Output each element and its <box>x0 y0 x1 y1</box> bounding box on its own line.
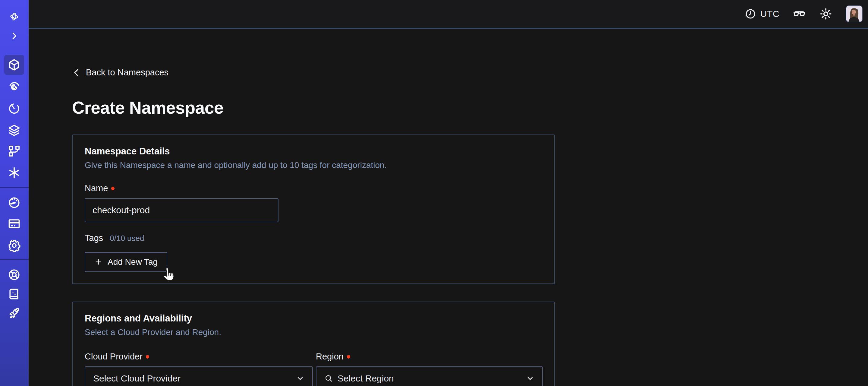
add-new-tag-button[interactable]: Add New Tag <box>85 252 167 272</box>
sidebar-item-docs[interactable] <box>4 284 24 304</box>
glasses-icon[interactable] <box>793 7 806 21</box>
details-card-subtitle: Give this Namespace a name and optionall… <box>85 160 543 170</box>
chevron-down-icon <box>526 374 534 383</box>
sidebar-item-home[interactable] <box>4 7 24 27</box>
sidebar-item-usage[interactable] <box>4 193 24 213</box>
asterisk-icon <box>7 166 21 179</box>
search-icon <box>324 374 333 383</box>
layers-icon <box>7 124 21 137</box>
branch-icon <box>7 144 21 158</box>
tags-used-counter: 0/10 used <box>110 234 144 243</box>
gauge-icon <box>7 196 21 209</box>
tags-label: Tags <box>85 233 103 243</box>
cloud-provider-field: Cloud Provider Select Cloud Provider <box>85 352 313 386</box>
gear-icon <box>7 239 21 252</box>
required-dot <box>111 187 115 190</box>
timer-icon <box>7 102 21 115</box>
required-dot <box>146 355 149 359</box>
cloud-provider-label: Cloud Provider <box>85 352 313 362</box>
credit-card-icon <box>7 217 21 230</box>
sidebar-item-nexus[interactable] <box>4 163 24 183</box>
sidebar-item-billing[interactable] <box>4 214 24 234</box>
regions-card-subtitle: Select a Cloud Provider and Region. <box>85 327 543 337</box>
avatar[interactable] <box>846 5 863 22</box>
back-link-label: Back to Namespaces <box>86 67 168 78</box>
avatar-portrait <box>846 6 862 22</box>
temporal-logo <box>9 12 19 22</box>
main-content: Back to Namespaces Create Namespace Name… <box>29 30 868 386</box>
page-title: Create Namespace <box>72 98 868 118</box>
regions-card-title: Regions and Availability <box>85 313 543 324</box>
region-placeholder: Select Region <box>338 373 522 384</box>
sidebar-divider <box>0 259 29 260</box>
plus-icon <box>94 258 102 266</box>
timezone-label: UTC <box>761 9 779 19</box>
region-label: Region <box>316 352 543 362</box>
details-card-title: Namespace Details <box>85 146 543 157</box>
regions-availability-card: Regions and Availability Select a Cloud … <box>72 302 555 386</box>
timezone-selector[interactable]: UTC <box>745 8 779 20</box>
provider-region-grid: Cloud Provider Select Cloud Provider Reg… <box>85 352 543 386</box>
sidebar-item-deployments[interactable] <box>4 120 24 140</box>
sidebar-divider <box>0 187 29 188</box>
back-to-namespaces-link[interactable]: Back to Namespaces <box>72 67 168 78</box>
namespace-name-input[interactable] <box>85 198 278 222</box>
sun-icon[interactable] <box>819 7 832 21</box>
tags-row: Tags 0/10 used <box>85 233 543 243</box>
sidebar-item-workflows[interactable] <box>4 77 24 96</box>
clock-icon <box>745 8 756 20</box>
cloud-provider-select[interactable]: Select Cloud Provider <box>85 366 313 386</box>
chevron-right-icon <box>9 31 19 41</box>
sidebar-item-support[interactable] <box>4 265 24 285</box>
sidebar-item-schedules[interactable] <box>4 99 24 119</box>
sidebar-item-worker-deployments[interactable] <box>4 141 24 161</box>
required-dot <box>347 355 350 359</box>
chevron-left-icon <box>72 68 81 77</box>
sidebar-nav <box>0 0 29 386</box>
chevron-down-icon <box>296 374 304 383</box>
cube-icon <box>7 58 21 71</box>
sidebar-item-getting-started[interactable] <box>4 303 24 323</box>
sidebar-item-settings[interactable] <box>4 236 24 256</box>
namespace-details-card: Namespace Details Give this Namespace a … <box>72 135 555 284</box>
cloud-provider-placeholder: Select Cloud Provider <box>93 373 292 384</box>
sidebar-expand-toggle[interactable] <box>4 26 24 46</box>
topbar: UTC <box>29 0 868 29</box>
swirl-icon <box>7 80 21 93</box>
region-select[interactable]: Select Region <box>316 366 543 386</box>
rocket-icon <box>7 307 21 320</box>
region-field: Region Select Region <box>316 352 543 386</box>
life-buoy-icon <box>7 268 21 281</box>
name-label: Name <box>85 183 543 193</box>
add-new-tag-label: Add New Tag <box>107 257 158 267</box>
sidebar-item-namespaces[interactable] <box>4 55 24 75</box>
book-sparkles-icon <box>7 287 21 301</box>
